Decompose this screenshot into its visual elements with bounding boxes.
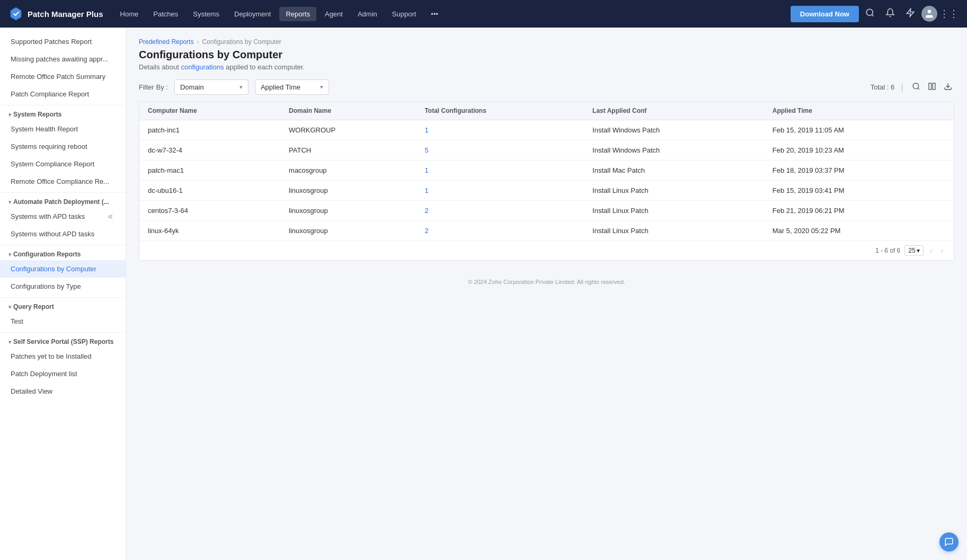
cell-last-applied-conf: Install Linux Patch: [584, 201, 764, 221]
breadcrumb-current: Configurations by Computer: [202, 38, 281, 46]
col-header-last-applied: Last Applied Conf: [584, 102, 764, 120]
sidebar-item-config-by-type[interactable]: Configurations by Type: [0, 278, 126, 295]
search-icon[interactable]: [861, 5, 879, 23]
nav-reports[interactable]: Reports: [279, 7, 316, 21]
download-now-button[interactable]: Download Now: [791, 6, 859, 22]
nav-support[interactable]: Support: [386, 7, 423, 21]
per-page-chevron-icon: ▾: [917, 247, 920, 254]
toolbar-icons: [910, 80, 954, 94]
cell-applied-time: Mar 5, 2020 05:22 PM: [764, 221, 954, 241]
sidebar-section-query-report[interactable]: ▾ Query Report: [0, 297, 126, 313]
cell-total-conf[interactable]: 1: [416, 120, 584, 140]
chevron-down-icon: ▾: [8, 199, 11, 205]
sidebar-item-missing-patches[interactable]: Missing patches awaiting appr...: [0, 50, 126, 68]
breadcrumb-parent[interactable]: Predefined Reports: [139, 38, 193, 46]
cell-domain-name: linuxosgroup: [280, 221, 416, 241]
brand-name: Patch Manager Plus: [28, 10, 103, 19]
nav-patches[interactable]: Patches: [147, 7, 184, 21]
filter-bar: Filter By : Domain ▾ Applied Time ▾ Tota…: [139, 79, 954, 95]
svg-line-1: [872, 14, 873, 16]
cell-last-applied-conf: Install Windows Patch: [584, 120, 764, 140]
sidebar-item-systems-apd[interactable]: Systems with APD tasks: [0, 208, 126, 225]
nav-more[interactable]: •••: [424, 7, 445, 21]
cell-total-conf[interactable]: 1: [416, 161, 584, 181]
download-toolbar-icon[interactable]: [942, 80, 954, 94]
cell-applied-time: Feb 15, 2019 11:05 AM: [764, 120, 954, 140]
domain-filter-chevron-icon: ▾: [239, 84, 243, 91]
page-title: Configurations by Computer: [139, 49, 954, 61]
sidebar-item-systems-reboot[interactable]: Systems requiring reboot: [0, 138, 126, 155]
nav-systems[interactable]: Systems: [187, 7, 226, 21]
sidebar-item-patch-compliance[interactable]: Patch Compliance Report: [0, 85, 126, 103]
cell-computer-name: linux-64yk: [139, 221, 280, 241]
domain-filter-select[interactable]: Domain ▾: [174, 79, 249, 95]
cell-total-conf[interactable]: 5: [416, 140, 584, 161]
table-row: centos7-3-64 linuxosgroup 2 Install Linu…: [139, 201, 954, 221]
search-toolbar-icon[interactable]: [910, 80, 922, 94]
svg-point-0: [866, 9, 873, 15]
cell-last-applied-conf: Install Windows Patch: [584, 140, 764, 161]
cell-last-applied-conf: Install Linux Patch: [584, 181, 764, 201]
page-range: 1 - 6 of 6: [875, 247, 900, 254]
sidebar-item-config-by-computer[interactable]: Configurations by Computer: [0, 260, 126, 278]
brand-icon: [8, 6, 23, 21]
app-grid-icon[interactable]: ⋮⋮: [939, 8, 959, 20]
col-header-applied-time: Applied Time: [764, 102, 954, 120]
sidebar-item-patch-deployment-list[interactable]: Patch Deployment list: [0, 365, 126, 383]
col-header-domain-name: Domain Name: [280, 102, 416, 120]
cell-computer-name: patch-mac1: [139, 161, 280, 181]
per-page-select[interactable]: 25 ▾: [904, 245, 923, 256]
nav-admin[interactable]: Admin: [351, 7, 384, 21]
sidebar-section-automate-patch[interactable]: ▾ Automate Patch Deployment (...: [0, 192, 126, 208]
sidebar-item-systems-no-apd[interactable]: Systems without APD tasks: [0, 225, 126, 243]
cell-domain-name: PATCH: [280, 140, 416, 161]
columns-toolbar-icon[interactable]: [926, 80, 938, 94]
brand-logo-area[interactable]: Patch Manager Plus: [8, 6, 103, 21]
table-row: dc-w7-32-4 PATCH 5 Install Windows Patch…: [139, 140, 954, 161]
next-page-button[interactable]: ›: [938, 245, 945, 256]
sidebar-item-supported-patches[interactable]: Supported Patches Report: [0, 33, 126, 50]
cell-total-conf[interactable]: 2: [416, 201, 584, 221]
breadcrumb: Predefined Reports › Configurations by C…: [139, 38, 954, 46]
applied-time-filter-select[interactable]: Applied Time ▾: [255, 79, 329, 95]
table-header-row: Computer Name Domain Name Total Configur…: [139, 102, 954, 120]
sidebar-item-test[interactable]: Test: [0, 313, 126, 330]
cell-applied-time: Feb 18, 2019 03:37 PM: [764, 161, 954, 181]
cell-domain-name: linuxosgroup: [280, 181, 416, 201]
cell-domain-name: macosgroup: [280, 161, 416, 181]
nav-deployment[interactable]: Deployment: [228, 7, 277, 21]
chat-button[interactable]: [939, 532, 959, 552]
svg-point-3: [928, 10, 931, 14]
cell-total-conf[interactable]: 1: [416, 181, 584, 201]
domain-filter-value: Domain: [180, 83, 235, 91]
chevron-down-icon: ▾: [8, 112, 11, 118]
pagination: 1 - 6 of 6 25 ▾ ‹ ›: [139, 241, 954, 260]
cell-total-conf[interactable]: 2: [416, 221, 584, 241]
cell-last-applied-conf: Install Mac Patch: [584, 161, 764, 181]
notification-icon[interactable]: [881, 5, 899, 23]
configurations-link[interactable]: configurations: [181, 63, 224, 71]
table-row: dc-ubu16-1 linuxosgroup 1 Install Linux …: [139, 181, 954, 201]
lightning-icon[interactable]: [901, 5, 919, 23]
nav-home[interactable]: Home: [114, 7, 145, 21]
sidebar-item-detailed-view[interactable]: Detailed View: [0, 383, 126, 400]
sidebar-item-patches-to-install[interactable]: Patches yet to be Installed: [0, 348, 126, 365]
sidebar-item-system-health[interactable]: System Health Report: [0, 120, 126, 138]
total-count: Total : 6: [871, 83, 895, 91]
sidebar-section-ssp-reports[interactable]: ▾ Self Service Portal (SSP) Reports: [0, 332, 126, 348]
main-content: Predefined Reports › Configurations by C…: [126, 28, 967, 560]
sidebar-section-system-reports[interactable]: ▾ System Reports: [0, 105, 126, 120]
filter-by-label: Filter By :: [139, 83, 168, 91]
sidebar-item-remote-office[interactable]: Remote Office Patch Summary: [0, 68, 126, 85]
sidebar-item-system-compliance[interactable]: System Compliance Report: [0, 155, 126, 173]
footer: © 2024 Zoho Corporation Private Limited.…: [139, 271, 954, 292]
nav-agent[interactable]: Agent: [318, 7, 349, 21]
cell-applied-time: Feb 20, 2019 10:23 AM: [764, 140, 954, 161]
prev-page-button[interactable]: ‹: [928, 245, 935, 256]
sidebar-item-remote-office-compliance[interactable]: Remote Office Compliance Re...: [0, 173, 126, 190]
collapse-sidebar-icon: [108, 213, 115, 220]
sidebar: Supported Patches Report Missing patches…: [0, 28, 126, 560]
cell-computer-name: dc-w7-32-4: [139, 140, 280, 161]
sidebar-section-config-reports[interactable]: ▾ Configuration Reports: [0, 245, 126, 260]
user-avatar[interactable]: [921, 6, 937, 22]
